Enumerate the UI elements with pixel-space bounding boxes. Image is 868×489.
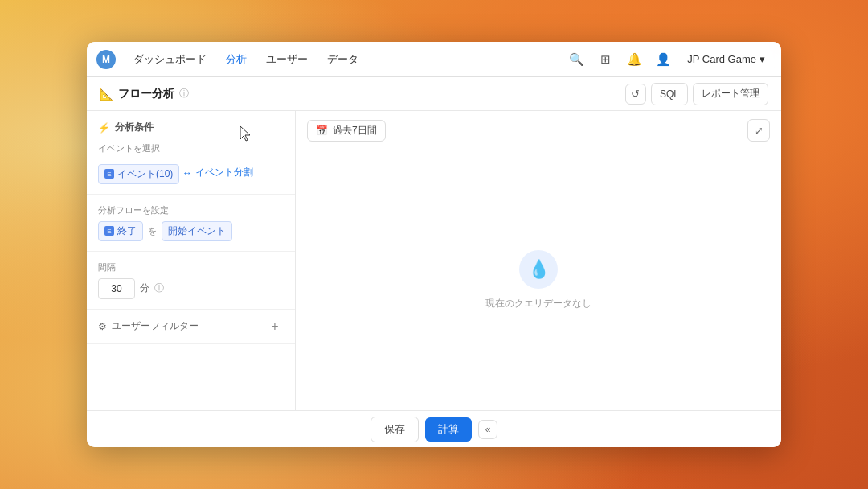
save-button[interactable]: 保存 xyxy=(371,417,419,442)
navbar: M ダッシュボード 分析 ユーザー データ 🔍 ⊞ 🔔 👤 JP Card Ga… xyxy=(87,42,781,77)
empty-icon: 💧 xyxy=(519,250,558,289)
flow-end-tag[interactable]: E 終了 xyxy=(98,221,143,241)
nav-users[interactable]: ユーザー xyxy=(258,49,316,70)
bell-button[interactable]: 🔔 xyxy=(623,48,645,71)
page-title-area: 📐 フロー分析 ⓘ xyxy=(100,87,625,101)
interval-unit: 分 xyxy=(140,281,149,295)
conditions-icon: ⚡ xyxy=(98,122,110,134)
interval-label: 間隔 xyxy=(98,261,284,273)
account-menu[interactable]: JP Card Game ▾ xyxy=(681,50,772,68)
flow-end-icon: E xyxy=(104,226,114,236)
flow-start-tag[interactable]: 開始イベント xyxy=(162,221,232,241)
main-window: M ダッシュボード 分析 ユーザー データ 🔍 ⊞ 🔔 👤 JP Card Ga… xyxy=(87,42,781,447)
sql-button[interactable]: SQL xyxy=(651,83,688,105)
nav-analytics[interactable]: 分析 xyxy=(218,49,255,70)
report-manage-button[interactable]: レポート管理 xyxy=(693,83,768,105)
navbar-right: 🔍 ⊞ 🔔 👤 JP Card Game ▾ xyxy=(565,48,772,71)
nav-dashboard[interactable]: ダッシュボード xyxy=(125,49,215,70)
page-header: 📐 フロー分析 ⓘ ↺ SQL レポート管理 xyxy=(87,77,781,111)
left-panel: ⚡ 分析条件 イベントを選択 E イベント(10) ↔ イベント分割 分析フロー… xyxy=(87,111,296,410)
nav-menu: ダッシュボード 分析 ユーザー データ xyxy=(125,49,565,70)
page-title: フロー分析 xyxy=(118,87,174,101)
flow-settings-label: 分析フローを設定 xyxy=(98,204,284,216)
date-filter-button[interactable]: 📅 過去7日間 xyxy=(307,120,386,142)
empty-state: 💧 現在のクエリデータなし xyxy=(296,150,781,410)
date-icon: 📅 xyxy=(316,125,328,136)
analysis-conditions-header: ⚡ 分析条件 xyxy=(98,121,284,134)
refresh-button[interactable]: ↺ xyxy=(625,84,646,105)
flow-separator: を xyxy=(148,225,157,237)
nav-data[interactable]: データ xyxy=(319,49,366,70)
filter-label: ⚙ ユーザーフィルター xyxy=(98,319,199,333)
filter-add-button[interactable]: + xyxy=(266,318,284,335)
user-button[interactable]: 👤 xyxy=(652,48,674,71)
page-icon: 📐 xyxy=(100,88,113,101)
interval-info-icon[interactable]: ⓘ xyxy=(154,281,164,295)
right-toolbar: 📅 過去7日間 ⤢ xyxy=(296,111,781,150)
grid-button[interactable]: ⊞ xyxy=(594,48,616,71)
event-tag[interactable]: E イベント(10) xyxy=(98,164,179,184)
search-button[interactable]: 🔍 xyxy=(565,48,588,71)
interval-input[interactable] xyxy=(98,278,135,299)
content-area: ⚡ 分析条件 イベントを選択 E イベント(10) ↔ イベント分割 分析フロー… xyxy=(87,111,781,410)
user-filter-row: ⚙ ユーザーフィルター + xyxy=(87,310,295,344)
flow-settings-section: 分析フローを設定 E 終了 を 開始イベント xyxy=(87,195,295,252)
bottom-bar: 保存 計算 « xyxy=(87,410,781,447)
info-icon[interactable]: ⓘ xyxy=(179,87,189,101)
calc-button[interactable]: 計算 xyxy=(425,417,472,442)
event-select-label: イベントを選択 xyxy=(98,142,284,154)
empty-text: 現在のクエリデータなし xyxy=(485,297,592,310)
flow-row: E 終了 を 開始イベント xyxy=(98,221,284,241)
filter-icon: ⚙ xyxy=(98,321,107,332)
right-panel: 📅 過去7日間 ⤢ 💧 現在のクエリデータなし xyxy=(296,111,781,410)
page-header-right: ↺ SQL レポート管理 xyxy=(625,83,768,105)
time-row: 分 ⓘ xyxy=(98,278,284,299)
app-logo[interactable]: M xyxy=(96,50,116,69)
expand-button[interactable]: ⤢ xyxy=(747,119,770,142)
event-split-button[interactable]: ↔ イベント分割 xyxy=(182,166,253,179)
collapse-button[interactable]: « xyxy=(478,420,498,439)
event-tag-icon: E xyxy=(104,169,114,179)
analysis-conditions-section: ⚡ 分析条件 イベントを選択 E イベント(10) ↔ イベント分割 xyxy=(87,111,295,195)
interval-section: 間隔 分 ⓘ xyxy=(87,252,295,310)
